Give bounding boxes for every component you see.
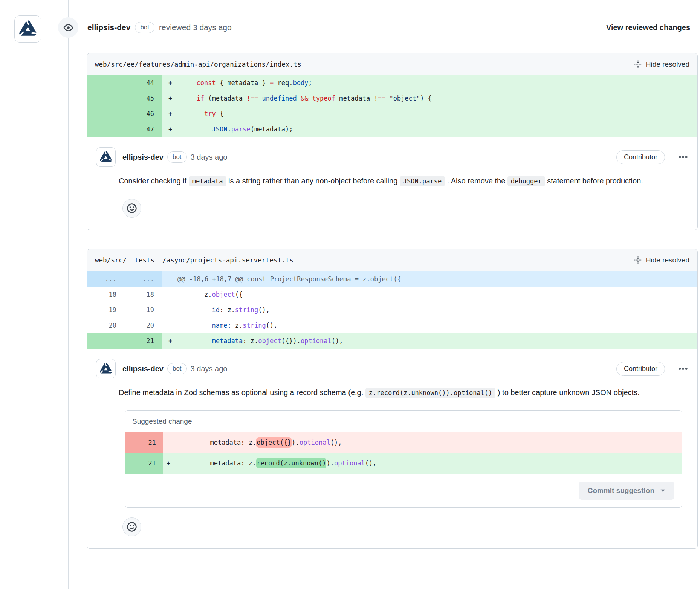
view-reviewed-changes-link[interactable]: View reviewed changes bbox=[606, 18, 690, 37]
diff-sign bbox=[162, 287, 189, 302]
diff-row: ......@@ -18,6 +18,7 @@ const ProjectRes… bbox=[87, 271, 697, 287]
inline-code: JSON.parse bbox=[400, 176, 445, 186]
line-number-old[interactable] bbox=[87, 106, 125, 122]
line-number-new[interactable]: 45 bbox=[125, 91, 162, 106]
hide-resolved-button[interactable]: Hide resolved bbox=[634, 60, 689, 69]
line-number-new[interactable]: 21 bbox=[125, 333, 162, 349]
code-token: name bbox=[212, 322, 227, 329]
line-number-new[interactable]: ... bbox=[125, 271, 162, 287]
smiley-icon bbox=[127, 203, 137, 214]
diff-sign: + bbox=[162, 75, 189, 91]
code-token: (), bbox=[266, 322, 278, 329]
comment-author[interactable]: ellipsis-dev bbox=[122, 153, 164, 162]
line-number-old[interactable]: ... bbox=[87, 271, 125, 287]
review-comment: ellipsis-dev bot 3 days ago Contributor … bbox=[87, 137, 697, 230]
code-line: metadata: z.record(z.unknown()).optional… bbox=[187, 453, 682, 474]
reviewer-avatar[interactable] bbox=[14, 15, 41, 43]
line-number[interactable]: 21 bbox=[125, 453, 163, 474]
diff-row: 46+ try { bbox=[87, 106, 697, 122]
diff-row: 47+ JSON.parse(metadata); bbox=[87, 122, 697, 137]
line-number-old[interactable]: 19 bbox=[87, 302, 125, 318]
line-number-new[interactable]: 46 bbox=[125, 106, 162, 122]
suggestion-title: Suggested change bbox=[125, 411, 682, 432]
code-token: : z. bbox=[220, 306, 235, 314]
code-token: !== bbox=[247, 95, 258, 102]
hide-resolved-button[interactable]: Hide resolved bbox=[634, 256, 689, 264]
code-token: body bbox=[293, 79, 308, 87]
comment-avatar[interactable] bbox=[96, 359, 116, 378]
file-path[interactable]: web/src/__tests__/async/projects-api.ser… bbox=[95, 256, 293, 264]
hide-resolved-label: Hide resolved bbox=[646, 256, 689, 264]
diff-row: 21+ metadata: z.object({}).optional(), bbox=[87, 333, 697, 349]
line-number-old[interactable] bbox=[87, 122, 125, 137]
commit-suggestion-label: Commit suggestion bbox=[588, 487, 654, 495]
code-token bbox=[189, 322, 212, 329]
code-token: parse bbox=[231, 125, 251, 133]
diff-row: 2020 name: z.string(), bbox=[87, 318, 697, 333]
bot-badge: bot bbox=[167, 151, 187, 163]
kebab-menu-button[interactable] bbox=[679, 367, 688, 371]
diff-sign: − bbox=[163, 432, 187, 453]
line-number-new[interactable]: 20 bbox=[125, 318, 162, 333]
code-token bbox=[258, 95, 262, 102]
line-number-new[interactable]: 47 bbox=[125, 122, 162, 137]
comment-text: Define metadata in Zod schemas as option… bbox=[119, 388, 365, 397]
contributor-badge[interactable]: Contributor bbox=[616, 150, 665, 164]
code-token: typeof bbox=[312, 95, 335, 102]
line-number-new[interactable]: 44 bbox=[125, 75, 162, 91]
kebab-menu-button[interactable] bbox=[679, 155, 688, 159]
comment-time[interactable]: 3 days ago bbox=[191, 153, 228, 162]
diff-sign: + bbox=[162, 91, 189, 106]
code-line: metadata: z.object({}).optional(), bbox=[189, 333, 697, 349]
reviewer-name[interactable]: ellipsis-dev bbox=[87, 23, 130, 32]
line-number-new[interactable]: 18 bbox=[125, 287, 162, 302]
emoji-reaction-button[interactable] bbox=[122, 517, 141, 536]
file-path[interactable]: web/src/ee/features/admin-api/organizati… bbox=[95, 61, 301, 68]
suggestion-block: Suggested change 21− metadata: z.object(… bbox=[125, 410, 682, 508]
code-token: ). bbox=[326, 459, 334, 467]
code-token: req. bbox=[274, 79, 293, 87]
fold-icon bbox=[634, 256, 642, 264]
code-token: ({ bbox=[235, 291, 243, 298]
smiley-icon bbox=[127, 522, 137, 532]
code-token: object bbox=[258, 337, 281, 345]
suggestion-diff: 21− metadata: z.object({}).optional(),21… bbox=[125, 432, 682, 474]
comment-body: Consider checking if metadata is a strin… bbox=[119, 173, 688, 189]
diff-row: 1818 z.object({ bbox=[87, 287, 697, 302]
code-line: try { bbox=[189, 106, 697, 122]
line-number-old[interactable] bbox=[87, 91, 125, 106]
code-token: metadata: z. bbox=[187, 459, 256, 467]
comment-text: ) to better capture unknown JSON objects… bbox=[495, 388, 639, 397]
commit-suggestion-button[interactable]: Commit suggestion bbox=[579, 482, 674, 500]
comment-author[interactable]: ellipsis-dev bbox=[122, 365, 164, 373]
diff-row: 44+ const { metadata } = req.body; bbox=[87, 75, 697, 91]
code-line: z.object({ bbox=[189, 287, 697, 302]
code-token bbox=[189, 125, 212, 133]
bot-badge: bot bbox=[135, 22, 154, 33]
line-number-old[interactable]: 18 bbox=[87, 287, 125, 302]
code-token bbox=[189, 337, 212, 345]
contributor-badge[interactable]: Contributor bbox=[616, 362, 665, 376]
code-token: metadata bbox=[212, 337, 243, 345]
code-token: : z. bbox=[227, 322, 243, 329]
line-number-new[interactable]: 19 bbox=[125, 302, 162, 318]
code-token: (), bbox=[330, 439, 342, 446]
bot-badge: bot bbox=[167, 363, 187, 374]
line-number[interactable]: 21 bbox=[125, 432, 163, 453]
code-token bbox=[297, 95, 301, 102]
code-token: object bbox=[212, 291, 235, 298]
line-number-old[interactable]: 20 bbox=[87, 318, 125, 333]
comment-text: is a string rather than any non-object b… bbox=[226, 177, 400, 185]
code-token: id bbox=[212, 306, 219, 314]
timeline-line bbox=[68, 0, 69, 589]
code-token: @@ -18,6 +18,7 @@ const ProjectResponseS… bbox=[177, 275, 401, 283]
code-token: ) { bbox=[420, 95, 432, 102]
comment-avatar[interactable] bbox=[96, 147, 116, 167]
emoji-reaction-button[interactable] bbox=[122, 199, 141, 218]
suggestion-row: 21− metadata: z.object({}).optional(), bbox=[125, 432, 682, 453]
code-token bbox=[189, 95, 196, 102]
comment-time[interactable]: 3 days ago bbox=[191, 365, 228, 373]
ellipsis-logo-icon bbox=[99, 150, 113, 164]
line-number-old[interactable] bbox=[87, 75, 125, 91]
line-number-old[interactable] bbox=[87, 333, 125, 349]
